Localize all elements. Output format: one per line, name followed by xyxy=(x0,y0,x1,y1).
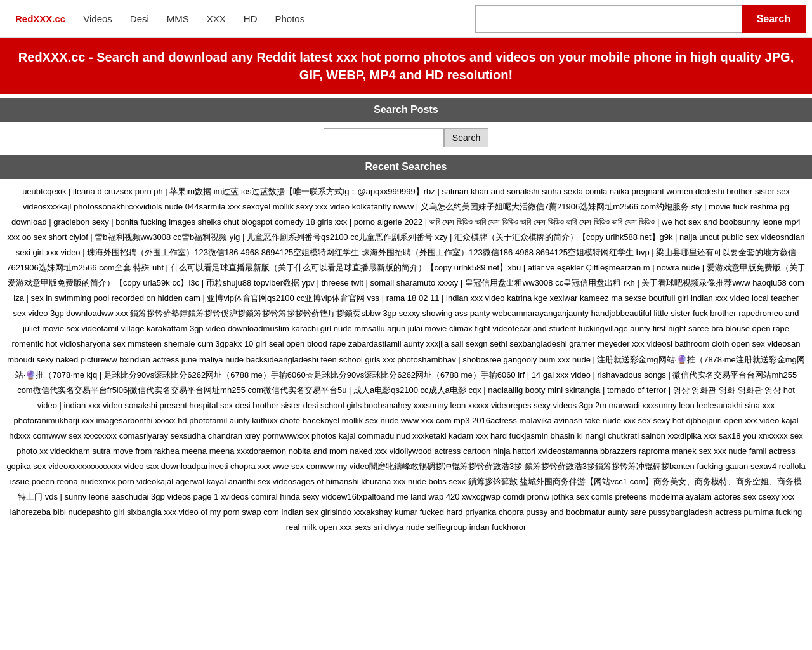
recent-searches-text: ueubtcqexik | ileana d cruzsex porn ph |… xyxy=(6,187,806,532)
top-search-button[interactable]: Search xyxy=(742,5,806,33)
nav-brand[interactable]: RedXXX.cc xyxy=(6,13,74,24)
hero-banner: RedXXX.cc - Search and download any Redd… xyxy=(0,38,812,94)
nav-xxx[interactable]: XXX xyxy=(198,13,235,24)
hero-text: RedXXX.cc - Search and download any Redd… xyxy=(18,50,794,82)
nav-desi[interactable]: Desi xyxy=(121,13,158,24)
top-search-input[interactable] xyxy=(475,5,742,33)
search-posts-bar: Search Posts xyxy=(0,98,812,122)
recent-searches-label: Recent Searches xyxy=(365,161,447,172)
search-posts-form: Search xyxy=(0,122,812,154)
nav-links: RedXXX.cc Videos Desi MMS XXX HD Photos xyxy=(6,13,475,24)
nav-photos[interactable]: Photos xyxy=(266,13,314,24)
nav-hd[interactable]: HD xyxy=(235,13,266,24)
nav-videos[interactable]: Videos xyxy=(74,13,121,24)
top-nav: RedXXX.cc Videos Desi MMS XXX HD Photos … xyxy=(0,0,812,38)
top-search-bar: Search xyxy=(475,5,806,33)
recent-searches-content: ueubtcqexik | ileana d cruzsex porn ph |… xyxy=(0,179,812,540)
recent-searches-bar: Recent Searches xyxy=(0,155,812,179)
main-search-button[interactable]: Search xyxy=(444,128,488,147)
search-posts-label: Search Posts xyxy=(374,104,438,115)
nav-mms[interactable]: MMS xyxy=(158,13,198,24)
main-search-input[interactable] xyxy=(324,128,444,147)
